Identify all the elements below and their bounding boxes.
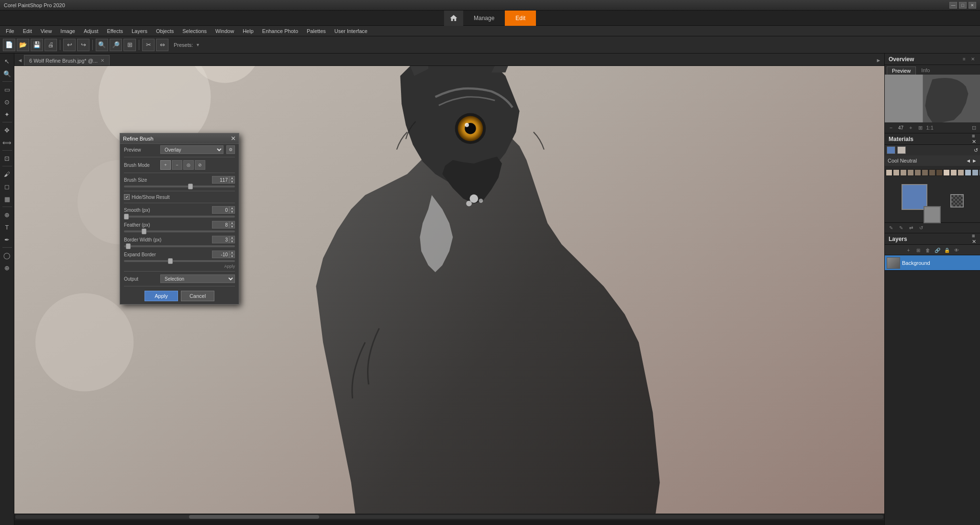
- smooth-input[interactable]: [212, 206, 229, 214]
- tool-fill[interactable]: ▦: [1, 193, 13, 205]
- menu-edit[interactable]: Edit: [19, 27, 36, 35]
- window-controls[interactable]: — □ ✕: [949, 2, 976, 9]
- border-width-down[interactable]: ▼: [229, 240, 235, 243]
- menu-user-interface[interactable]: User Interface: [331, 27, 371, 35]
- expand-border-input[interactable]: [212, 251, 229, 258]
- fit-window-button[interactable]: ⊞: [123, 39, 136, 51]
- smooth-spinbox[interactable]: ▲ ▼: [212, 206, 235, 214]
- overview-close-button[interactable]: ✕: [969, 56, 976, 63]
- scroll-thumb[interactable]: [189, 515, 319, 519]
- brush-mode-erase[interactable]: ⊘: [195, 160, 205, 170]
- open-file-button[interactable]: 📂: [17, 39, 29, 51]
- border-width-up[interactable]: ▲: [229, 236, 235, 240]
- manage-nav-button[interactable]: Manage: [463, 11, 505, 26]
- document-tab[interactable]: 6 Wolf Refine Brush.jpg* @... ✕: [24, 55, 110, 66]
- tab-close-button[interactable]: ✕: [100, 58, 104, 63]
- tool-magic-wand[interactable]: ✦: [1, 109, 13, 120]
- color-swatch[interactable]: [907, 169, 914, 176]
- visibility-button[interactable]: 👁: [952, 246, 961, 254]
- menu-objects[interactable]: Objects: [152, 27, 178, 35]
- color-swatch[interactable]: [929, 169, 935, 176]
- color-swatch[interactable]: [965, 169, 971, 176]
- tool-lasso[interactable]: ⊙: [1, 96, 13, 108]
- feather-slider-thumb[interactable]: [142, 229, 146, 234]
- expand-border-down[interactable]: ▼: [229, 254, 235, 258]
- brush-size-spinbox[interactable]: 117 ▲ ▼: [212, 176, 235, 184]
- background-color-swatch[interactable]: [897, 146, 906, 154]
- overview-fit-btn[interactable]: ⊞: [916, 123, 924, 132]
- border-width-input[interactable]: [212, 236, 229, 243]
- apply-button[interactable]: Apply: [145, 291, 178, 301]
- border-width-slider-thumb[interactable]: [126, 243, 131, 249]
- copy-layer-button[interactable]: ⊞: [914, 246, 923, 254]
- menu-adjust[interactable]: Adjust: [80, 27, 102, 35]
- overview-actual-size-btn[interactable]: 1:1: [925, 123, 934, 132]
- close-button[interactable]: ✕: [969, 2, 976, 9]
- materials-reset-btn[interactable]: ↺: [974, 147, 978, 153]
- foreground-color-swatch[interactable]: [887, 146, 895, 154]
- crop-button[interactable]: ✂: [142, 39, 155, 51]
- color-swatch[interactable]: [922, 169, 928, 176]
- hide-show-checkbox[interactable]: ✓: [124, 194, 130, 200]
- overview-tab-preview[interactable]: Preview: [887, 66, 916, 75]
- tab-scroll-right[interactable]: ►: [875, 55, 882, 66]
- brush-size-input[interactable]: 117: [212, 176, 229, 184]
- menu-enhance-photo[interactable]: Enhance Photo: [258, 27, 302, 35]
- link-layer-button[interactable]: 🔗: [933, 246, 942, 254]
- edit-background-button[interactable]: ✎: [897, 224, 905, 232]
- home-nav-button[interactable]: [444, 11, 463, 26]
- pattern-color-box[interactable]: [950, 194, 964, 208]
- brush-size-slider-thumb[interactable]: [188, 184, 193, 189]
- overview-zoom-in[interactable]: +: [906, 123, 915, 132]
- tool-zoom[interactable]: 🔍: [1, 68, 13, 79]
- delete-layer-button[interactable]: 🗑: [924, 246, 932, 254]
- tool-clone[interactable]: ⊕: [1, 209, 13, 220]
- minimize-button[interactable]: —: [949, 2, 957, 9]
- color-swatch[interactable]: [972, 169, 979, 176]
- color-swatch[interactable]: [893, 169, 900, 176]
- preset-selector[interactable]: ▼: [194, 39, 201, 51]
- menu-selections[interactable]: Selections: [178, 27, 211, 35]
- resize-button[interactable]: ⇔: [156, 39, 168, 51]
- overview-tab-info[interactable]: Info: [916, 66, 935, 75]
- overview-zoom-out[interactable]: −: [887, 123, 895, 132]
- swap-colors-button[interactable]: ⇄: [907, 224, 915, 232]
- cancel-button[interactable]: Cancel: [181, 291, 214, 301]
- border-width-spinbox[interactable]: ▲ ▼: [212, 236, 235, 243]
- palette-next-btn[interactable]: ►: [972, 158, 977, 164]
- color-swatch[interactable]: [943, 169, 950, 176]
- new-file-button[interactable]: 📄: [3, 39, 15, 51]
- undo-button[interactable]: ↩: [63, 39, 76, 51]
- save-button[interactable]: 💾: [31, 39, 43, 51]
- menu-help[interactable]: Help: [239, 27, 257, 35]
- materials-menu-button[interactable]: ≡: [972, 133, 976, 139]
- expand-border-up[interactable]: ▲: [229, 251, 235, 254]
- reset-default-colors[interactable]: ↺: [917, 224, 925, 232]
- color-swatch[interactable]: [900, 169, 907, 176]
- tool-straighten[interactable]: ⟺: [1, 137, 13, 148]
- tool-selection[interactable]: ▭: [1, 84, 13, 95]
- tool-paint-brush[interactable]: 🖌: [1, 168, 13, 180]
- brush-mode-keep[interactable]: ◎: [183, 160, 194, 170]
- tool-crop[interactable]: ⊡: [1, 153, 13, 164]
- image-canvas[interactable]: Refine Brush ✕ Preview Overlay Black Mat…: [14, 66, 884, 514]
- smooth-slider-thumb[interactable]: [124, 214, 129, 219]
- layer-row[interactable]: Background: [885, 255, 980, 271]
- smooth-down[interactable]: ▼: [229, 210, 235, 214]
- tool-pen[interactable]: ✒: [1, 234, 13, 245]
- menu-palettes[interactable]: Palettes: [303, 27, 330, 35]
- color-swatch[interactable]: [936, 169, 943, 176]
- tool-eraser[interactable]: ◻: [1, 181, 13, 192]
- tab-scroll-left[interactable]: ◄: [16, 55, 24, 66]
- brush-size-up[interactable]: ▲: [229, 176, 235, 180]
- overview-menu-button[interactable]: ≡: [961, 56, 968, 63]
- output-dropdown[interactable]: Selection Mask New Layer: [160, 274, 235, 283]
- edit-foreground-button[interactable]: ✎: [887, 224, 895, 232]
- layers-menu-button[interactable]: ≡: [972, 233, 976, 239]
- color-swatch[interactable]: [950, 169, 957, 176]
- redo-button[interactable]: ↪: [77, 39, 89, 51]
- feather-down[interactable]: ▼: [229, 225, 235, 229]
- color-swatch[interactable]: [886, 169, 892, 176]
- feather-up[interactable]: ▲: [229, 221, 235, 225]
- preview-mode-dropdown[interactable]: Overlay Black Matte White Matte: [160, 145, 223, 154]
